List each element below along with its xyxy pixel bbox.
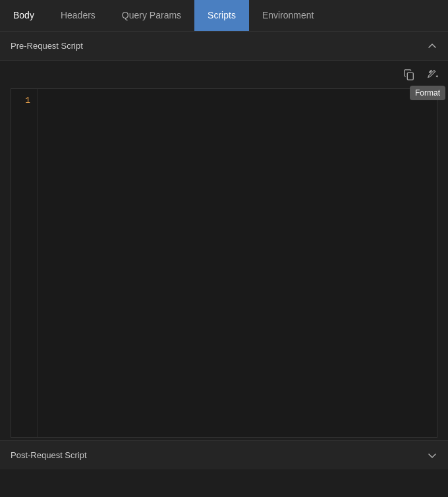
pre-request-collapse-button[interactable] <box>427 41 437 51</box>
tab-headers[interactable]: Headers <box>47 0 109 31</box>
line-number-1: 1 <box>18 94 30 107</box>
editor-toolbar: Format <box>0 61 448 88</box>
line-numbers: 1 <box>11 89 38 437</box>
code-content[interactable] <box>38 89 437 437</box>
pre-request-section-header: Pre-Request Script <box>0 32 448 61</box>
tab-environment[interactable]: Environment <box>249 0 327 31</box>
post-request-title: Post-Request Script <box>11 450 87 460</box>
format-button[interactable] <box>423 65 443 84</box>
code-editor[interactable]: 1 <box>11 88 437 438</box>
format-icon <box>427 69 439 80</box>
pre-request-title: Pre-Request Script <box>11 41 83 51</box>
copy-button[interactable] <box>399 65 419 84</box>
post-request-expand-button[interactable] <box>427 450 437 461</box>
tab-body[interactable]: Body <box>0 0 47 31</box>
tab-bar: Body Headers Query Params Scripts Enviro… <box>0 0 448 32</box>
copy-icon <box>403 69 415 80</box>
svg-rect-0 <box>407 73 413 80</box>
tab-scripts[interactable]: Scripts <box>194 0 249 31</box>
post-request-section-header: Post-Request Script <box>0 440 448 469</box>
tab-query-params[interactable]: Query Params <box>109 0 194 31</box>
